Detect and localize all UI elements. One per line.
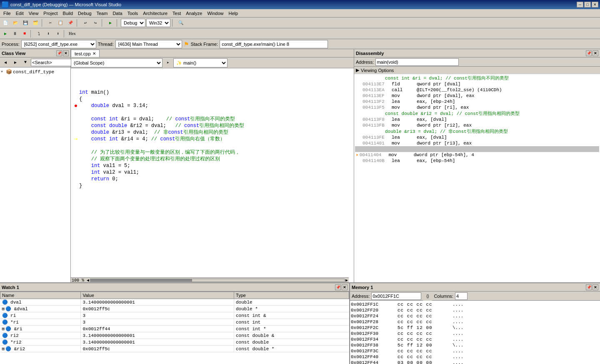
find-btn[interactable]: 🔍: [176, 18, 185, 27]
platform-combo[interactable]: Win32: [146, 19, 170, 27]
save-btn[interactable]: 💾: [21, 18, 30, 27]
watch-expand-icon[interactable]: ⊞: [2, 347, 5, 352]
maximize-button[interactable]: □: [584, 2, 591, 7]
watch-row[interactable]: 🔵 dval3.14000000000000001double: [0, 299, 349, 306]
disasm-mnemonic: lea: [392, 99, 417, 104]
watch-row[interactable]: 🔵 *ri23.14000000000000001const double: [0, 339, 349, 346]
window-title: const_diff_type (Debugging) — Microsoft …: [10, 2, 121, 7]
code-line: const int &ri = dval; // const引用指向不同的类型: [72, 116, 352, 122]
config-combo[interactable]: Debug: [121, 19, 145, 27]
watch-row[interactable]: 🔵 *ri3const int: [0, 319, 349, 326]
scope-left-combo[interactable]: (Global Scope): [71, 58, 162, 67]
editor-tabs[interactable]: test.cpp ✕: [71, 49, 354, 57]
class-tree[interactable]: + 📦 const_diff_type: [0, 67, 70, 282]
disasm-content[interactable]: const int &ri = dval; // const引用指向不同的类型 …: [354, 74, 600, 282]
menu-project[interactable]: Project: [41, 10, 60, 17]
viewing-options-bar[interactable]: ▶ Viewing Options: [354, 67, 600, 74]
step-over-btn[interactable]: ⤵: [34, 29, 43, 38]
menu-debug[interactable]: Debug: [75, 10, 94, 17]
hscroll-thumb[interactable]: [90, 279, 192, 282]
editor-hscrollbar[interactable]: [90, 279, 345, 282]
mem-row-ascii: ....: [452, 337, 463, 342]
scope-right-combo[interactable]: ✨ main(): [173, 58, 228, 67]
menu-data[interactable]: Data: [110, 10, 125, 17]
watch-row[interactable]: ⊞🔵 &ri20x0012ff5cconst double *: [0, 346, 349, 352]
open-btn[interactable]: 📂: [11, 18, 20, 27]
hscroll-right[interactable]: ▶: [345, 278, 348, 283]
watch-close-btn[interactable]: ✕: [342, 284, 348, 290]
mem-addr-input[interactable]: [371, 292, 421, 300]
tab-test-cpp[interactable]: test.cpp ✕: [71, 50, 100, 57]
hex-btn[interactable]: Hex: [68, 29, 77, 38]
watch-item-icon: 🔵: [2, 333, 11, 338]
navigate-btn[interactable]: ➤: [163, 58, 172, 67]
pin-button[interactable]: 📌: [56, 50, 62, 56]
pause-btn[interactable]: ⏸: [10, 29, 20, 38]
menu-architecture[interactable]: Architecture: [140, 10, 170, 17]
watch-row[interactable]: 🔵 ri3const int &: [0, 312, 349, 319]
viewing-options-expand[interactable]: ▶: [356, 67, 359, 73]
copy-btn[interactable]: 📋: [56, 18, 65, 27]
paste-btn[interactable]: 📌: [66, 18, 75, 27]
disasm-address: 00411401: [362, 141, 392, 146]
watch-controls[interactable]: 📌 ✕: [335, 284, 348, 290]
code-area[interactable]: int main(){● double dval = 3.14; const i…: [71, 68, 354, 282]
continue-btn[interactable]: ▶: [1, 29, 10, 38]
disasm-addr-input[interactable]: [375, 58, 459, 66]
close-panel-btn[interactable]: ✕: [63, 50, 69, 56]
breakpoint-dot[interactable]: ●: [74, 102, 78, 109]
start-debug-btn[interactable]: ▶: [106, 18, 115, 27]
menu-help[interactable]: Help: [226, 10, 241, 17]
mem-col-input[interactable]: [455, 292, 468, 300]
close-button[interactable]: ✕: [592, 2, 598, 7]
back-btn[interactable]: ◀: [1, 58, 10, 67]
tree-item-root[interactable]: + 📦 const_diff_type: [1, 68, 70, 75]
watch-pin-btn[interactable]: 📌: [335, 284, 341, 290]
thread-combo[interactable]: [4636] Main Thread: [115, 40, 182, 48]
expand-icon[interactable]: +: [1, 70, 5, 74]
watch-row[interactable]: ⊞🔵 &ri0x0012ff44const int *: [0, 326, 349, 332]
watch-table[interactable]: Name Value Type 🔵 dval3.1400000000000000…: [0, 292, 349, 364]
process-combo[interactable]: [6252] const_diff_type.exe: [21, 40, 96, 48]
menu-test[interactable]: Test: [170, 10, 183, 17]
memory-content[interactable]: 0x0012FF1Ccc cc cc cc....0x0012FF20cc cc…: [350, 301, 600, 364]
menu-window[interactable]: Window: [205, 10, 226, 17]
menu-build[interactable]: Build: [60, 10, 75, 17]
minimize-button[interactable]: ─: [577, 2, 583, 7]
undo-btn[interactable]: ↩: [81, 18, 90, 27]
thread-label: Thread:: [98, 42, 114, 47]
class-view-controls[interactable]: 📌 ✕: [56, 50, 69, 56]
memory-controls[interactable]: 📌 ✕: [586, 284, 598, 290]
watch-row[interactable]: 🔵 ri23.14000000000000001const double &: [0, 332, 349, 339]
window-controls[interactable]: ─ □ ✕: [577, 2, 598, 7]
disasm-close-btn[interactable]: ✕: [592, 50, 598, 56]
memory-close-btn[interactable]: ✕: [592, 284, 598, 290]
stack-frame-combo[interactable]: const_diff_type.exe!main() Line 8: [220, 40, 328, 48]
step-into-btn[interactable]: ⬇: [44, 29, 53, 38]
watch-row[interactable]: ⊞🔵 &dval0x0012ff5cdouble *: [0, 306, 349, 312]
new-btn[interactable]: 📄: [1, 18, 10, 27]
step-out-btn[interactable]: ⬆: [53, 29, 62, 38]
redo-btn[interactable]: ↪: [91, 18, 100, 27]
tab-close-icon[interactable]: ✕: [92, 51, 96, 56]
watch-item-icon: 🔵: [2, 340, 11, 345]
menu-file[interactable]: File: [1, 10, 13, 17]
debug-bar: Process: [6252] const_diff_type.exe Thre…: [0, 39, 600, 49]
memory-pin-btn[interactable]: 📌: [586, 284, 592, 290]
menu-tools[interactable]: Tools: [125, 10, 141, 17]
save-all-btn[interactable]: 🗂️: [31, 18, 40, 27]
menu-analyze[interactable]: Analyze: [183, 10, 205, 17]
menu-edit[interactable]: Edit: [13, 10, 26, 17]
class-settings-btn[interactable]: ▼: [21, 58, 30, 67]
cut-btn[interactable]: ✂: [46, 18, 55, 27]
watch-expand-icon[interactable]: ⊞: [2, 327, 5, 332]
watch-expand-icon[interactable]: ⊞: [2, 307, 5, 312]
menu-team[interactable]: Team: [94, 10, 110, 17]
mem-refresh-btn[interactable]: {}: [423, 292, 432, 301]
stop-btn[interactable]: ■: [20, 29, 29, 38]
menu-view[interactable]: View: [26, 10, 41, 17]
disasm-pin-btn[interactable]: 📌: [586, 50, 592, 56]
disasm-controls[interactable]: 📌 ✕: [586, 50, 598, 56]
editor-scrollbar-container[interactable]: 100 % ◀ ▶: [71, 277, 349, 282]
forward-btn[interactable]: ▶: [11, 58, 20, 67]
